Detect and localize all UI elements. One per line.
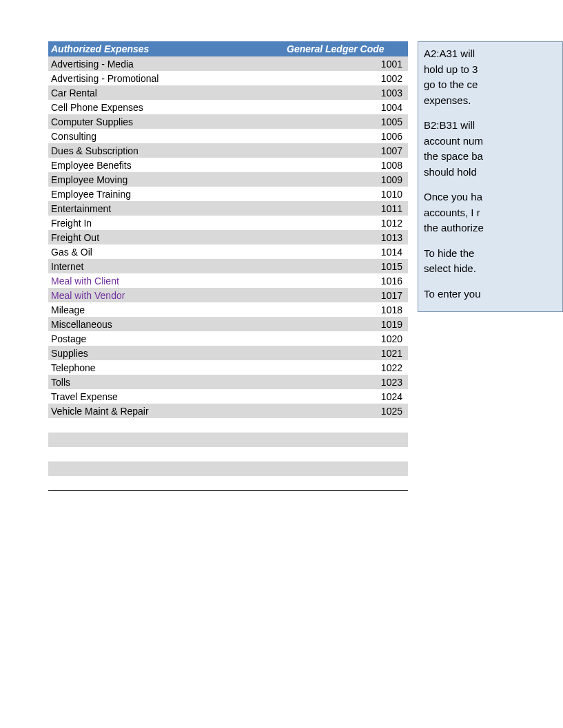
table-row: Consulting1006	[48, 129, 408, 143]
expense-name-cell: Employee Moving	[48, 174, 375, 185]
header-authorized-expenses: Authorized Expenses	[48, 43, 284, 54]
gl-code-cell: 1024	[375, 391, 408, 402]
expense-name-cell: Gas & Oil	[48, 247, 375, 258]
gl-code-cell: 1021	[375, 348, 408, 359]
expense-name-cell: Employee Benefits	[48, 160, 375, 171]
gl-code-cell: 1018	[375, 304, 408, 315]
expense-name-cell: Travel Expense	[48, 391, 375, 402]
expense-name-cell: Internet	[48, 261, 375, 272]
expense-name-cell: Freight Out	[48, 232, 375, 243]
table-row: Gas & Oil1014	[48, 245, 408, 259]
gl-code-cell: 1003	[375, 87, 408, 98]
gl-code-cell: 1023	[375, 377, 408, 388]
table-row: Employee Moving1009	[48, 172, 408, 187]
table-row: Cell Phone Expenses1004	[48, 100, 408, 114]
table-body: Advertising - Media1001Advertising - Pro…	[48, 56, 408, 418]
table-row: Dues & Subscription1007	[48, 143, 408, 158]
blank-row	[48, 433, 408, 447]
table-row: Vehicle Maint & Repair1025	[48, 404, 408, 418]
table-row: Freight In1012	[48, 216, 408, 230]
expense-name-cell: Car Rental	[48, 87, 375, 98]
table-row: Postage1020	[48, 331, 408, 346]
instruction-paragraph: To hide the select hide.	[424, 246, 557, 277]
expense-name-cell: Employee Training	[48, 189, 375, 200]
gl-code-cell: 1025	[375, 406, 408, 417]
table-row: Telephone1022	[48, 360, 408, 375]
expense-name-cell: Computer Supplies	[48, 116, 375, 127]
table-row: Freight Out1013	[48, 230, 408, 245]
expense-name-cell: Advertising - Media	[48, 59, 375, 70]
gl-code-cell: 1020	[375, 333, 408, 344]
expense-name-cell: Entertainment	[48, 203, 375, 214]
table-row: Miscellaneous1019	[48, 317, 408, 331]
gl-code-cell: 1019	[375, 319, 408, 330]
blank-row	[48, 476, 408, 490]
table-row: Supplies1021	[48, 346, 408, 360]
gl-code-cell: 1005	[375, 116, 408, 127]
expense-name-cell: Postage	[48, 333, 375, 344]
instructions-box: A2:A31 will hold up to 3 go to the ce ex…	[418, 41, 563, 312]
table-row: Employee Training1010	[48, 187, 408, 201]
table-row: Mileage1018	[48, 302, 408, 317]
table-row: Internet1015	[48, 259, 408, 273]
gl-code-cell: 1022	[375, 362, 408, 373]
table-row: Meal with Client1016	[48, 273, 408, 288]
gl-code-cell: 1006	[375, 131, 408, 142]
instruction-paragraph: To enter you	[424, 287, 557, 302]
instruction-paragraph: A2:A31 will hold up to 3 go to the ce ex…	[424, 46, 557, 108]
expense-name-cell: Dues & Subscription	[48, 145, 375, 156]
expense-name-cell: Miscellaneous	[48, 319, 375, 330]
table-header-row: Authorized Expenses General Ledger Code	[48, 41, 408, 56]
expense-table: Authorized Expenses General Ledger Code …	[48, 41, 408, 491]
table-row: Advertising - Promotional1002	[48, 71, 408, 85]
blank-rows	[48, 418, 408, 490]
gl-code-cell: 1014	[375, 247, 408, 258]
blank-row	[48, 461, 408, 476]
gl-code-cell: 1011	[375, 203, 408, 214]
table-row: Employee Benefits1008	[48, 158, 408, 172]
gl-code-cell: 1001	[375, 59, 408, 70]
expense-name-cell: Consulting	[48, 131, 375, 142]
gl-code-cell: 1002	[375, 73, 408, 84]
table-row: Tolls1023	[48, 375, 408, 389]
blank-row	[48, 418, 408, 433]
expense-name-cell: Telephone	[48, 362, 375, 373]
gl-code-cell: 1010	[375, 189, 408, 200]
expense-name-cell: Advertising - Promotional	[48, 73, 375, 84]
expense-name-cell: Tolls	[48, 377, 375, 388]
gl-code-cell: 1017	[375, 290, 408, 301]
expense-name-cell: Freight In	[48, 218, 375, 229]
gl-code-cell: 1016	[375, 275, 408, 287]
table-row: Entertainment1011	[48, 201, 408, 216]
instruction-paragraph: B2:B31 will account num the space ba sho…	[424, 118, 557, 180]
table-row: Car Rental1003	[48, 85, 408, 100]
gl-code-cell: 1009	[375, 174, 408, 185]
instruction-paragraph: Once you ha accounts, I r the authorize	[424, 189, 557, 236]
blank-row	[48, 447, 408, 461]
expense-name-cell: Supplies	[48, 348, 375, 359]
gl-code-cell: 1015	[375, 261, 408, 272]
expense-name-cell: Vehicle Maint & Repair	[48, 406, 375, 417]
table-row: Advertising - Media1001	[48, 56, 408, 71]
gl-code-cell: 1008	[375, 160, 408, 171]
expense-name-cell: Meal with Client	[48, 275, 375, 287]
table-row: Meal with Vendor1017	[48, 288, 408, 302]
gl-code-cell: 1007	[375, 145, 408, 156]
header-gl-code: General Ledger Code	[284, 43, 408, 54]
gl-code-cell: 1012	[375, 218, 408, 229]
gl-code-cell: 1004	[375, 102, 408, 113]
expense-name-cell: Meal with Vendor	[48, 290, 375, 301]
table-row: Travel Expense1024	[48, 389, 408, 404]
expense-name-cell: Mileage	[48, 304, 375, 315]
gl-code-cell: 1013	[375, 232, 408, 243]
table-bottom-rule	[48, 490, 408, 491]
expense-name-cell: Cell Phone Expenses	[48, 102, 375, 113]
table-row: Computer Supplies1005	[48, 114, 408, 129]
